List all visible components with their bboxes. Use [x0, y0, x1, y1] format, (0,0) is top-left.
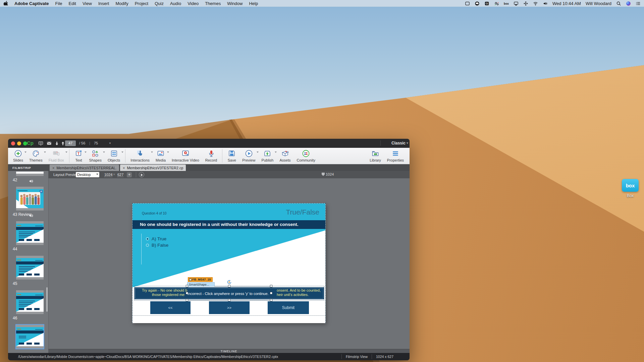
selection-handle[interactable]: [228, 285, 230, 287]
selection-handle[interactable]: [270, 285, 272, 287]
list-icon[interactable]: [636, 1, 641, 6]
tab-title[interactable]: MembershipEthicsV3TESTERREAL.cptx*: [56, 166, 116, 170]
toolbar-themes-button[interactable]: Themes: [26, 148, 46, 164]
sync-icon[interactable]: [494, 1, 499, 6]
menu-item-modify[interactable]: Modify: [115, 1, 128, 6]
thumbnail-image[interactable]: [16, 224, 44, 243]
filmstrip-scrollbar[interactable]: [46, 287, 48, 312]
preview-height-value[interactable]: 627: [117, 173, 123, 177]
toolbar-interactive-video-button[interactable]: Interactive Video: [169, 148, 202, 164]
volume-icon[interactable]: [543, 1, 548, 6]
thumbnail-image[interactable]: ✛: [16, 189, 44, 208]
answer-option-1[interactable]: A) True: [146, 236, 166, 241]
toolbar-preview-button[interactable]: Preview: [239, 148, 258, 164]
menu-app-name[interactable]: Adobe Captivate: [14, 1, 49, 6]
toolbar-community-button[interactable]: Community: [293, 148, 318, 164]
box-logo-icon[interactable]: box: [622, 179, 639, 192]
selection-handle[interactable]: [186, 299, 188, 301]
add-breakpoint-button[interactable]: +: [127, 172, 132, 177]
ruler-width-marker[interactable]: 1024: [322, 172, 334, 176]
submit-button[interactable]: Submit: [268, 301, 309, 314]
selection-handle[interactable]: [270, 299, 272, 301]
selection-handle[interactable]: [270, 292, 272, 294]
menu-item-video[interactable]: Video: [187, 1, 199, 6]
selection-handle[interactable]: [186, 285, 188, 287]
wifi-icon[interactable]: [533, 1, 538, 6]
toolbar-library-button[interactable]: Library: [367, 148, 384, 164]
preview-play-button[interactable]: [139, 172, 144, 177]
airplay-icon[interactable]: [514, 1, 519, 6]
menubar-user[interactable]: Will Woodard: [586, 1, 611, 6]
slide-thumbnail-selected[interactable]: [16, 325, 44, 349]
toolbar-objects-button[interactable]: Objects: [105, 148, 123, 164]
toolbar-properties-button[interactable]: Properties: [384, 148, 407, 164]
siri-icon[interactable]: [626, 1, 631, 6]
toolbar-slides-button[interactable]: Slides: [10, 148, 26, 164]
menu-item-audio[interactable]: Audio: [170, 1, 181, 6]
theme-selector[interactable]: Classic: [391, 141, 406, 145]
slide-thumbnail[interactable]: [16, 221, 44, 245]
back-button[interactable]: <<: [150, 301, 191, 314]
zoom-level-value[interactable]: 75: [94, 141, 98, 145]
menu-item-help[interactable]: Help: [249, 1, 258, 6]
monitor-icon[interactable]: [38, 141, 43, 147]
close-tab-icon[interactable]: ×: [52, 166, 54, 170]
tab-document-1[interactable]: × MembershipEthicsV3TESTERREAL.cptx*: [50, 165, 119, 171]
captivate-badge-icon[interactable]: Ci: [484, 1, 489, 6]
menu-item-edit[interactable]: Edit: [69, 1, 76, 6]
close-tab-icon[interactable]: ×: [123, 166, 125, 170]
view-mode-label[interactable]: Filmstrip View: [346, 355, 368, 359]
menu-item-quiz[interactable]: Quiz: [155, 1, 164, 6]
move-icon[interactable]: [523, 1, 528, 6]
toolbar-shapes-button[interactable]: Shapes: [86, 148, 105, 164]
selection-handle[interactable]: [228, 299, 230, 301]
slide-thumbnail[interactable]: [16, 290, 44, 314]
box-icon[interactable]: box: [504, 1, 509, 6]
toolbar-media-button[interactable]: Media: [153, 148, 169, 164]
apple-menu-icon[interactable]: [3, 0, 8, 6]
app-window-icon[interactable]: [465, 1, 470, 6]
zoom-caret-icon[interactable]: ▼: [109, 142, 111, 145]
next-slide-icon[interactable]: [60, 141, 65, 147]
toolbar-assets-button[interactable]: Assets: [276, 148, 293, 164]
menu-item-themes[interactable]: Themes: [205, 1, 221, 6]
answer-option-2[interactable]: B) False: [146, 243, 168, 248]
skip-button[interactable]: >>: [209, 301, 250, 314]
mail-icon[interactable]: [47, 141, 52, 147]
timeline-panel-header[interactable]: TIMELINE: [48, 349, 410, 353]
search-icon[interactable]: [616, 1, 621, 6]
toolbar-record-button[interactable]: Record: [202, 148, 220, 164]
radio-unselected-icon[interactable]: [146, 244, 149, 247]
question-bar[interactable]: No one should be registered in a unit wi…: [132, 220, 325, 229]
previous-slide-icon[interactable]: [54, 141, 59, 147]
close-window-button[interactable]: [11, 141, 15, 145]
menu-item-file[interactable]: File: [55, 1, 62, 6]
dropdown-caret-icon[interactable]: [121, 152, 123, 153]
object-name-tag[interactable]: FB_MS47_15: [188, 277, 213, 282]
current-slide-input[interactable]: 47: [65, 140, 76, 146]
slide-thumbnail[interactable]: [16, 256, 44, 280]
menu-item-window[interactable]: Window: [227, 1, 243, 6]
toolbar-text-button[interactable]: TText: [71, 148, 86, 164]
selection-handle[interactable]: [186, 292, 188, 294]
tab-title[interactable]: MembershipEthicsV3TESTER2.cptx*: [127, 166, 183, 170]
slide-thumbnail-partial[interactable]: [16, 172, 44, 176]
box-desktop-icon[interactable]: box Box: [620, 179, 641, 198]
slide-stage[interactable]: Question 4 of 10 True/False No one shoul…: [132, 203, 326, 323]
toolbar-save-button[interactable]: Save: [224, 148, 239, 164]
tab-document-2-active[interactable]: × MembershipEthicsV3TESTER2.cptx*: [120, 165, 186, 171]
preview-width-value[interactable]: 1024: [104, 173, 112, 177]
dropdown-caret-icon[interactable]: [65, 152, 67, 153]
menu-item-insert[interactable]: Insert: [98, 1, 109, 6]
toolbar-interactions-button[interactable]: Interactions: [127, 148, 153, 164]
thumbnail-image[interactable]: [16, 258, 44, 277]
thumbnail-image[interactable]: [16, 293, 44, 312]
thumbnail-image[interactable]: [16, 327, 44, 346]
creative-cloud-icon[interactable]: [475, 1, 480, 6]
minimize-window-button[interactable]: [17, 141, 21, 145]
toolbar-publish-button[interactable]: Publish: [258, 148, 276, 164]
smartshape-selection-rect[interactable]: [187, 286, 271, 300]
theme-caret-icon[interactable]: ▼: [406, 141, 409, 145]
radio-selected-icon[interactable]: [146, 237, 149, 240]
menu-item-project[interactable]: Project: [135, 1, 148, 6]
